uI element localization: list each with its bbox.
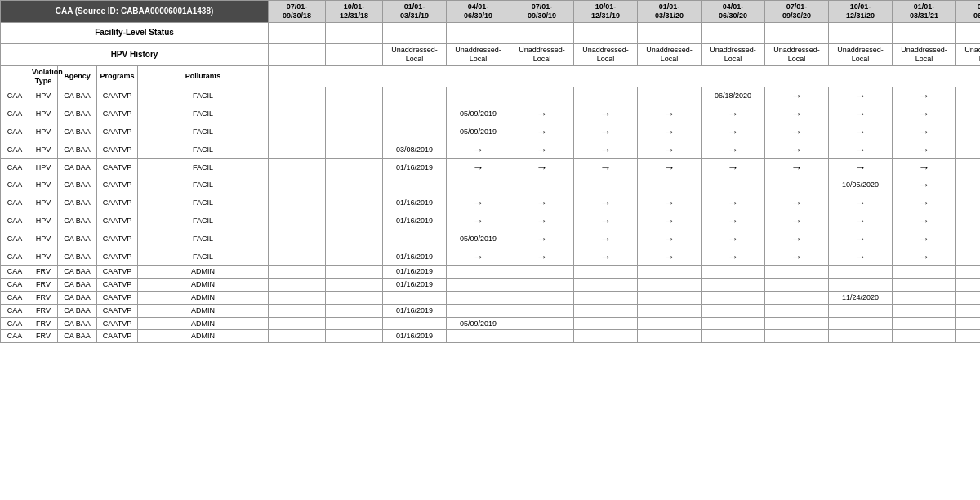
- data-row-15-date7: [702, 330, 765, 343]
- data-row-0-col0: CAA: [1, 87, 29, 105]
- data-row-15-date9: [829, 330, 893, 343]
- data-row-4-date8: →: [765, 158, 829, 176]
- data-row-8-date1: [326, 230, 383, 248]
- data-row-2-col3: CAATVP: [97, 123, 138, 141]
- data-row-11-date8: [765, 279, 829, 292]
- data-row-8-date10: →: [893, 230, 956, 248]
- data-row-2-date3: 05/09/2019: [447, 123, 510, 141]
- data-row-8-date3: 05/09/2019: [447, 230, 510, 248]
- data-row-14-date1: [326, 317, 383, 330]
- data-row-12-date2: [383, 291, 447, 304]
- data-row-2-col1: HPV: [29, 123, 58, 141]
- data-row-1-date7: →: [702, 105, 765, 123]
- data-row-6-date9: →: [829, 194, 893, 212]
- data-row-14-date2: [383, 317, 447, 330]
- data-row-6-col2: CA BAA: [58, 194, 97, 212]
- data-row-7-date8: →: [765, 212, 829, 230]
- data-row-12-date3: [447, 291, 510, 304]
- hpv-6: Unaddressed- Local: [638, 44, 702, 66]
- data-row-6-date11: →: [956, 194, 980, 212]
- data-row-11-date10: [893, 279, 956, 292]
- data-row-13-date3: [447, 304, 510, 317]
- data-row-0-date1: [326, 87, 383, 105]
- data-row-13-date1: [326, 304, 383, 317]
- data-row-6-col3: CAATVP: [97, 194, 138, 212]
- data-row-10-col2: CA BAA: [58, 266, 97, 279]
- data-row-13-col1: FRV: [29, 304, 58, 317]
- data-row-9-date8: →: [765, 248, 829, 266]
- data-row-2-date1: [326, 123, 383, 141]
- data-row-2-date2: [383, 123, 447, 141]
- data-row-11-date5: [574, 279, 638, 292]
- col-header-violation-type: Violation Type: [29, 65, 58, 87]
- data-row-13-date7: [702, 304, 765, 317]
- data-row-5-col0: CAA: [1, 176, 29, 194]
- data-row-15-date1: [326, 330, 383, 343]
- data-row-11-date6: [638, 279, 702, 292]
- data-row-13-date2: 01/16/2019: [383, 304, 447, 317]
- hpv-0: [269, 44, 326, 66]
- data-row-6-date5: →: [574, 194, 638, 212]
- data-row-9-date4: →: [510, 248, 574, 266]
- data-row-14-date8: [765, 317, 829, 330]
- main-container: CAA (Source ID: CABAA00006001A1438) 07/0…: [0, 0, 980, 343]
- data-row-6-date10: →: [893, 194, 956, 212]
- data-row-10-date4: [510, 266, 574, 279]
- data-row-9-date9: →: [829, 248, 893, 266]
- data-row-12-date7: [702, 291, 765, 304]
- data-row-9-date1: [326, 248, 383, 266]
- data-row-9-date6: →: [638, 248, 702, 266]
- data-row-9-col4: FACIL: [138, 248, 269, 266]
- data-row-9-col0: CAA: [1, 248, 29, 266]
- data-row-9-col2: CA BAA: [58, 248, 97, 266]
- data-row-14-date0: [269, 317, 326, 330]
- compliance-table: CAA (Source ID: CABAA00006001A1438) 07/0…: [0, 0, 980, 343]
- data-row-13-date8: [765, 304, 829, 317]
- data-row-9-date5: →: [574, 248, 638, 266]
- data-row-1-date0: [269, 105, 326, 123]
- data-row-7-date1: [326, 212, 383, 230]
- data-row-8-col4: FACIL: [138, 230, 269, 248]
- data-row-11-date4: [510, 279, 574, 292]
- data-row-2-date6: →: [638, 123, 702, 141]
- data-row-9-date3: →: [447, 248, 510, 266]
- data-row-1-col1: HPV: [29, 105, 58, 123]
- data-row-7-col0: CAA: [1, 212, 29, 230]
- data-row-12-col0: CAA: [1, 291, 29, 304]
- date-col-10: 01/01- 03/31/21: [893, 1, 956, 23]
- data-row-12-date4: [510, 291, 574, 304]
- data-row-4-date4: →: [510, 158, 574, 176]
- data-row-5-date11: →: [956, 176, 980, 194]
- data-row-14-date5: [574, 317, 638, 330]
- col-header-pollutants: Pollutants: [138, 65, 269, 87]
- facility-status-0: No Violation Identified: [269, 22, 326, 44]
- data-row-12-date1: [326, 291, 383, 304]
- data-row-5-date3: [447, 176, 510, 194]
- data-row-5-col1: HPV: [29, 176, 58, 194]
- data-row-4-col0: CAA: [1, 158, 29, 176]
- col-header-blank1: [1, 65, 29, 87]
- date-col-8: 07/01- 09/30/20: [765, 1, 829, 23]
- data-row-10-date8: [765, 266, 829, 279]
- data-row-15-date4: [510, 330, 574, 343]
- data-row-2-date9: →: [829, 123, 893, 141]
- data-row-14-col4: ADMIN: [138, 317, 269, 330]
- data-row-7-date0: [269, 212, 326, 230]
- data-row-2-date4: →: [510, 123, 574, 141]
- data-row-4-col4: FACIL: [138, 158, 269, 176]
- data-row-3-col0: CAA: [1, 141, 29, 158]
- data-row-10-date9: [829, 266, 893, 279]
- facility-status-label: Facility-Level Status: [1, 22, 269, 44]
- data-row-2-col0: CAA: [1, 123, 29, 141]
- data-row-3-date9: →: [829, 141, 893, 158]
- data-row-8-date11: →: [956, 230, 980, 248]
- data-row-11-col0: CAA: [1, 279, 29, 292]
- data-row-15-col4: ADMIN: [138, 330, 269, 343]
- data-row-11-date11: [956, 279, 980, 292]
- date-col-2: 01/01- 03/31/19: [383, 1, 447, 23]
- data-row-3-date7: →: [702, 141, 765, 158]
- data-row-13-date6: [638, 304, 702, 317]
- data-row-3-col1: HPV: [29, 141, 58, 158]
- date-col-5: 10/01- 12/31/19: [574, 1, 638, 23]
- data-row-2-col4: FACIL: [138, 123, 269, 141]
